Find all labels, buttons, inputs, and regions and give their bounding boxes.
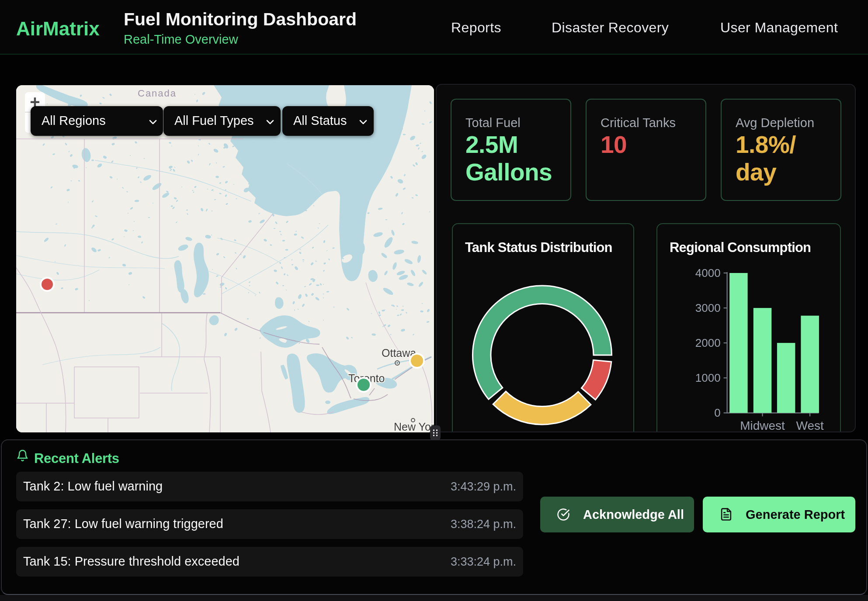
svg-text:West: West xyxy=(796,419,823,432)
svg-text:1000: 1000 xyxy=(695,371,721,384)
svg-text:Canada: Canada xyxy=(138,88,177,99)
svg-text:0: 0 xyxy=(714,406,720,419)
svg-text:2000: 2000 xyxy=(695,336,721,349)
svg-text:3000: 3000 xyxy=(695,301,721,314)
svg-text:4000: 4000 xyxy=(695,266,721,280)
svg-text:Midwest: Midwest xyxy=(740,419,785,432)
svg-text:New York: New York xyxy=(394,421,434,432)
